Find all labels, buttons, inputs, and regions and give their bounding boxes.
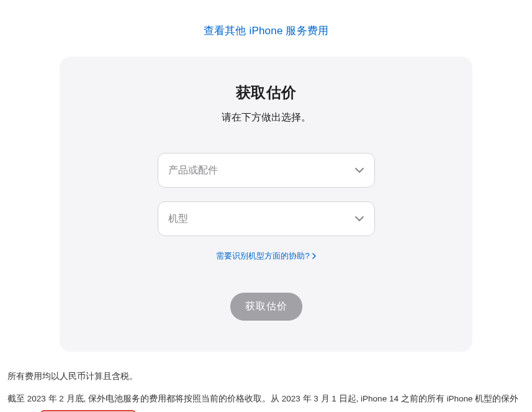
chevron-right-icon [312, 253, 316, 259]
help-link-label: 需要识别机型方面的协助? [216, 250, 309, 262]
footer-line-2: 截至 2023 年 2 月底, 保外电池服务的费用都将按照当前的价格收取。从 2… [7, 390, 525, 412]
estimate-card: 获取估价 请在下方做出选择。 产品或配件 机型 需要识别机型方面的协助? 获取估… [60, 57, 472, 352]
footer-line-2-text: 截至 2023 年 2 月底, 保外电池服务的费用都将按照当前的价格收取。从 2… [7, 394, 518, 412]
model-select-placeholder: 机型 [168, 213, 188, 226]
product-select-placeholder: 产品或配件 [168, 164, 218, 177]
model-select[interactable]: 机型 [158, 201, 375, 236]
other-service-link[interactable]: 查看其他 iPhone 服务费用 [204, 25, 329, 37]
card-title: 获取估价 [84, 83, 448, 103]
footer-line-1: 所有费用均以人民币计算且含税。 [7, 368, 525, 385]
identify-model-help-link[interactable]: 需要识别机型方面的协助? [216, 250, 315, 262]
get-estimate-button[interactable]: 获取估价 [230, 293, 302, 321]
card-subtitle: 请在下方做出选择。 [84, 111, 448, 124]
top-link-container: 查看其他 iPhone 服务费用 [0, 0, 532, 57]
footer-notes: 所有费用均以人民币计算且含税。 截至 2023 年 2 月底, 保外电池服务的费… [7, 368, 525, 412]
model-select-wrap: 机型 [158, 201, 375, 236]
product-select-wrap: 产品或配件 [158, 153, 375, 188]
product-select[interactable]: 产品或配件 [158, 153, 375, 188]
